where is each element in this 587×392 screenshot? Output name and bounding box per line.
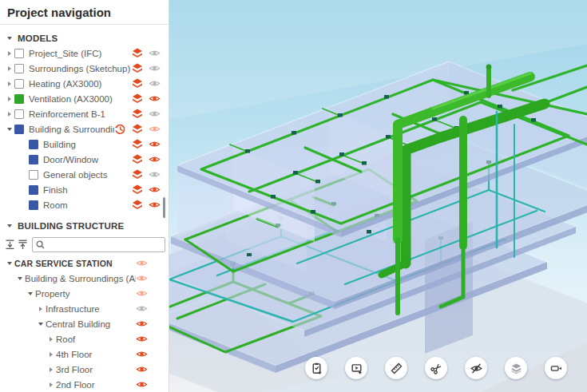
clip-section-button[interactable] (425, 357, 447, 379)
layers-icon[interactable] (132, 200, 143, 210)
model-label: Ventilation (AX3000) (29, 94, 132, 104)
model-visibility-checkbox[interactable] (14, 64, 24, 73)
eye-icon[interactable] (149, 49, 161, 57)
chevron-down-icon[interactable] (5, 262, 14, 265)
layers-icon[interactable] (132, 93, 143, 104)
model-visibility-checkbox[interactable] (14, 79, 24, 89)
model-visibility-checkbox[interactable] (29, 185, 38, 195)
tree-row[interactable]: Roof (0, 331, 169, 346)
chevron-down-icon[interactable] (36, 323, 46, 326)
chevron-right-icon[interactable] (46, 352, 56, 357)
sidebar-scrollbar[interactable] (163, 197, 165, 218)
eye-icon[interactable] (136, 319, 148, 328)
layers-icon[interactable] (132, 109, 143, 119)
model-row[interactable]: Project_Site (IFC) (0, 46, 169, 61)
layers-icon[interactable] (132, 48, 143, 58)
eye-icon[interactable] (136, 259, 148, 267)
eye-icon[interactable] (136, 350, 148, 358)
model-row[interactable]: Room (0, 197, 169, 212)
chevron-right-icon[interactable] (46, 382, 56, 387)
tree-row[interactable]: Building & Surroundings (Allplan) (0, 271, 169, 286)
eye-icon[interactable] (149, 200, 161, 209)
eye-icon[interactable] (149, 79, 161, 88)
eye-icon[interactable] (149, 94, 161, 103)
ruler-icon (390, 362, 403, 375)
layers-icon[interactable] (132, 184, 143, 195)
collapse-all-button[interactable] (5, 238, 15, 251)
eye-icon[interactable] (149, 125, 161, 133)
model-visibility-checkbox[interactable] (29, 200, 38, 210)
history-icon[interactable] (114, 124, 126, 135)
bim-viewer-app: Project navigation MODELS Project_Site (… (0, 0, 587, 392)
model-visibility-checkbox[interactable] (29, 155, 38, 164)
model-row[interactable]: Heating (AX3000) (0, 76, 169, 91)
eye-icon[interactable] (149, 140, 161, 148)
tree-row[interactable]: Infrastructure (0, 301, 169, 316)
layers-icon[interactable] (132, 139, 143, 149)
model-label: Building & Surroundings (... (29, 125, 114, 134)
collapse-arrow-icon[interactable] (5, 37, 14, 40)
eye-icon[interactable] (149, 64, 161, 73)
model-visibility-checkbox[interactable] (29, 170, 38, 180)
chevron-down-icon[interactable] (15, 277, 25, 280)
structure-section-header[interactable]: BUILDING STRUCTURE (0, 219, 169, 233)
model-row[interactable]: Surroundings (Sketchup) (0, 61, 169, 76)
model-row[interactable]: Ventilation (AX3000) (0, 91, 169, 106)
tree-row[interactable]: 3rd Floor (0, 362, 169, 377)
eye-icon[interactable] (149, 109, 161, 118)
eye-icon[interactable] (136, 289, 148, 298)
model-row[interactable]: Finish (0, 182, 169, 197)
structure-search-input[interactable] (45, 240, 161, 249)
tree-row[interactable]: 4th Floor (0, 346, 169, 362)
chevron-right-icon[interactable] (46, 337, 56, 342)
model-row[interactable]: Door/Window (0, 152, 169, 167)
model-visibility-checkbox[interactable] (29, 140, 38, 149)
layers-button[interactable] (505, 357, 527, 379)
models-section-header[interactable]: MODELS (0, 31, 169, 46)
tree-row[interactable]: CAR SERVICE STATION (0, 255, 169, 271)
model-visibility-checkbox[interactable] (14, 125, 24, 134)
model-row[interactable]: Building (0, 137, 169, 152)
layers-icon[interactable] (132, 124, 143, 134)
layers-icon[interactable] (132, 63, 143, 73)
layers-icon[interactable] (132, 154, 143, 164)
expand-all-button[interactable] (18, 238, 28, 251)
model-visibility-checkbox[interactable] (14, 49, 24, 58)
chevron-down-icon[interactable] (5, 128, 14, 131)
chevron-right-icon[interactable] (46, 367, 56, 372)
chevron-right-icon[interactable] (5, 51, 14, 56)
measure-button[interactable] (385, 357, 407, 379)
tree-row[interactable]: 2nd Floor (0, 377, 169, 392)
eye-icon[interactable] (136, 274, 148, 283)
chevron-right-icon[interactable] (5, 97, 14, 101)
model-visibility-checkbox[interactable] (14, 109, 24, 119)
add-slide-button[interactable] (345, 357, 367, 379)
layers-icon[interactable] (132, 78, 143, 89)
eye-icon[interactable] (136, 304, 148, 313)
add-issue-button[interactable] (305, 357, 327, 379)
collapse-arrow-icon[interactable] (5, 224, 14, 228)
viewport-3d[interactable] (169, 0, 587, 392)
project-navigation-panel: Project navigation MODELS Project_Site (… (0, 0, 169, 392)
chevron-down-icon[interactable] (26, 292, 35, 295)
eye-icon[interactable] (136, 365, 148, 374)
model-visibility-checkbox[interactable] (14, 94, 24, 104)
chevron-right-icon[interactable] (5, 112, 14, 117)
eye-icon[interactable] (136, 335, 148, 343)
chevron-right-icon[interactable] (5, 81, 14, 86)
structure-search-box (32, 237, 165, 252)
eye-icon[interactable] (149, 170, 161, 179)
hide-objects-button[interactable] (465, 357, 487, 379)
model-row[interactable]: Building & Surroundings (... (0, 121, 169, 137)
model-row[interactable]: Reinforcement B-1 (0, 106, 169, 121)
eye-icon[interactable] (149, 185, 161, 194)
layers-icon[interactable] (132, 169, 143, 180)
eye-icon[interactable] (136, 380, 148, 389)
camera-button[interactable] (545, 357, 567, 379)
tree-row[interactable]: Property (0, 286, 169, 301)
model-row[interactable]: General objects (0, 167, 169, 182)
chevron-right-icon[interactable] (5, 66, 14, 71)
tree-row[interactable]: Central Building (0, 316, 169, 331)
eye-icon[interactable] (149, 155, 161, 164)
chevron-right-icon[interactable] (36, 307, 46, 311)
